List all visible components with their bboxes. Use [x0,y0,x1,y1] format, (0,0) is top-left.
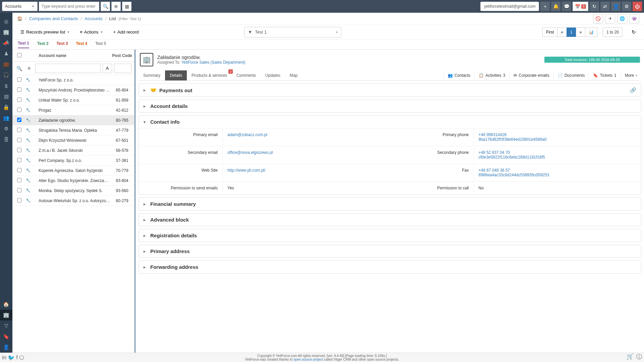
nav-support[interactable]: 🎧 [0,70,12,80]
rectab-corporate-emails[interactable]: ✉Corporate emails [509,70,553,80]
rectab-products-services[interactable]: Products & services3 [187,70,232,80]
col-header-post[interactable]: Post Code [110,53,134,58]
user-button[interactable]: 👤 [611,2,621,11]
nav-companies[interactable]: 🏢 [0,27,12,38]
col-header-name[interactable]: Account name [36,53,110,58]
wrench-icon[interactable]: 🔧 [26,118,36,122]
wrench-icon[interactable]: 🔧 [26,178,36,183]
rectab-updates[interactable]: Updates [261,70,285,80]
wrench-icon[interactable]: 🔧 [26,98,36,102]
grid-button[interactable]: ▦ [122,2,131,11]
module-selector[interactable]: Accounts ▼ [2,2,38,11]
wrench-icon[interactable]: 🔧 [26,168,36,173]
list-row[interactable]: 🔧Strugalska Teresa Maria. Opieka47-779 [12,125,134,135]
list-row[interactable]: 🔧Progaz42-812 [12,105,134,115]
info-icon[interactable]: ⓘ [636,353,642,361]
wrench-icon[interactable]: 🔧 [26,78,36,82]
rectab-summary[interactable]: Summary [139,70,165,80]
add-button[interactable]: + [540,2,550,11]
list-row[interactable]: 🔧Z.m.a.i B. Jacek Sikorski56-578 [12,145,134,156]
tab-test-5[interactable]: Test 5 [95,41,106,48]
nav-security[interactable]: 🔒 [0,102,12,113]
nav-database[interactable]: 🗄 [0,134,12,145]
list-row[interactable]: 🔧Unikat Water Sp. z o.o.81-958 [12,95,134,105]
list-row[interactable]: 🔧Alter Ego. Studio fryzjerskie. Zowczak … [12,176,134,186]
chat-button[interactable]: 💬 [562,2,571,11]
block-head-financial[interactable]: ▸ Financial summary [139,198,641,210]
nav-leads[interactable]: ♟ [0,48,12,59]
add-record-button[interactable]: + Add record [110,27,142,37]
wrench-icon[interactable]: 🔧 [26,188,36,193]
wrench-icon[interactable]: 🔧 [26,148,36,153]
nav-projects[interactable]: 💼 [0,59,12,70]
breadcrumb-level2[interactable]: Accounts [85,16,102,21]
row-checkbox[interactable] [17,77,21,82]
row-checkbox[interactable] [17,138,21,142]
wrench-icon[interactable]: 🔧 [26,108,36,112]
nav-accounts[interactable]: 🏢 [0,310,12,320]
breadcrumb-home[interactable]: 🏠 [17,16,22,21]
fax-link[interactable]: +48 67 046 36 57 [479,168,637,173]
target-button[interactable]: ⊕ [111,2,121,11]
primary-phone-hash[interactable]: 9ba176d62ff3f38e84ed15901e4589a0 [479,137,637,142]
list-row[interactable]: 🔧YetiForce Sp. z o.o. [12,75,134,85]
tab-test-4[interactable]: Test 4 [76,41,87,48]
block-head-registration[interactable]: ▸ Registration details [139,229,641,242]
rectab-contacts[interactable]: 👥Contacts [443,70,474,80]
page-prev[interactable]: « [557,27,567,37]
nav-finance[interactable]: $ [0,80,12,91]
secondary-email-link[interactable]: office@nova.elgiszewo.pl [227,150,385,155]
tab-test-3[interactable]: Test 3 [57,41,68,48]
secondary-phone-link[interactable]: +48 52 837 04 70 [479,150,637,155]
wrench-icon[interactable]: 🔧 [26,158,36,163]
row-checkbox[interactable] [17,188,21,192]
actions-button[interactable]: ≡ Actions ▼ [76,27,106,37]
globe-button[interactable]: 🌐 [617,14,627,23]
calendar-button[interactable]: 📅 6 [573,2,588,11]
block-head-payments[interactable]: ▸ 🤝 Payments out 🔗 [139,84,641,97]
breadcrumb-level1[interactable]: Companies and Contacts [29,16,78,21]
list-text-button[interactable]: A [103,64,112,73]
records-preview-button[interactable]: ☰ Records preview list ▼ [17,27,73,37]
list-row[interactable]: 🔧Koperek Agnieszka. Salon fryzjerski70-7… [12,166,134,176]
block-head-contact[interactable]: ▾ Contact info [139,116,641,128]
list-search-icon[interactable]: 🔍 [15,66,23,71]
page-chart[interactable]: 📊 [585,27,597,37]
list-row[interactable]: 🔧Dkjm Krzysztof Wiśniewski67-501 [12,135,134,145]
block-head-fwd-addr[interactable]: ▸ Forwarding address [139,261,641,273]
row-checkbox[interactable] [17,128,21,132]
nav-tools[interactable]: ⚙ [0,123,12,134]
page-first[interactable]: First [542,27,557,37]
primary-email-link[interactable]: adam@zobacz.com.pl [227,132,385,137]
hide-button[interactable]: 🚫 [593,14,603,23]
assigned-to-link[interactable]: YetiForce Sales (Sales Department) [181,60,246,65]
row-checkbox[interactable] [17,168,21,172]
rectab-tickets[interactable]: 🔖Tickets1 [589,70,620,80]
row-checkbox[interactable] [17,148,21,152]
filter-dropdown[interactable]: ▼ Test 1 ▾ [244,27,341,38]
list-row[interactable]: 🔧Myszyński Andrzej. Przedsiębiorstwo han… [12,85,134,95]
user-email[interactable]: yetiforcetestmail@gmail.com [480,2,539,11]
fax-hash[interactable]: 8986ea4ac33c6d244dc538935c059253 [479,173,637,177]
secondary-phone-hash[interactable]: cf0e3e5822f116c6ebc288d1181f16f5 [479,155,637,160]
refresh-button[interactable]: ↻ [629,27,639,37]
wrench-icon[interactable]: 🔧 [26,138,36,142]
list-clear-icon[interactable]: ✕ [25,66,33,71]
nav-filter[interactable]: ▽ [0,320,12,331]
website-link[interactable]: http://www.yb.com.pl/ [227,168,385,173]
history-button[interactable]: ↻ [590,2,599,11]
send-button[interactable]: ✈ [605,14,615,23]
nav-campaigns[interactable]: 📣 [0,38,12,48]
row-checkbox[interactable] [17,178,21,182]
nav-profile[interactable]: 👤 [0,342,12,353]
page-current[interactable]: 1 [567,27,576,37]
tab-test-2[interactable]: Test 2 [37,41,49,48]
list-row[interactable]: 🔧Perl Company. Sp.z o.o.37-381 [12,156,134,166]
list-row[interactable]: 🔧Zakładanie ogrodów.80-765 [12,115,134,125]
cart-icon[interactable]: 🛒 [627,353,634,361]
row-checkbox[interactable] [17,198,21,202]
list-row[interactable]: 🔧Autosar-Wieluński Sp. z o.o. Autoryzowa… [12,196,134,206]
rectab-more[interactable]: More▾ [621,70,641,80]
page-next[interactable]: » [576,27,586,37]
nav-tag[interactable]: 🔖 [0,331,12,342]
